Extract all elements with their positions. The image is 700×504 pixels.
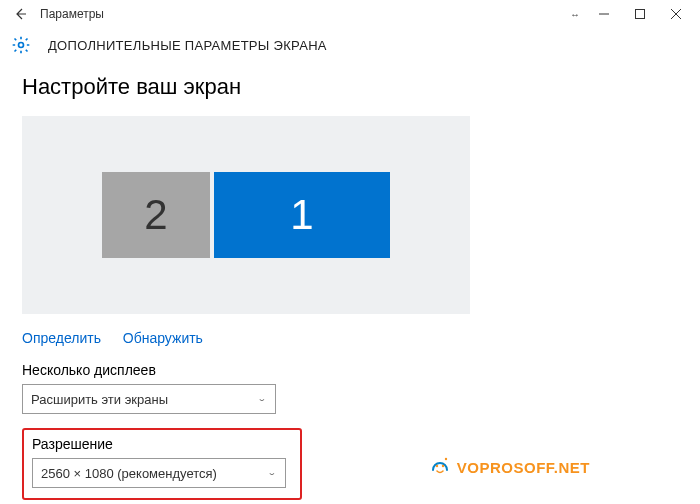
svg-point-5 xyxy=(436,465,438,467)
chevron-down-icon: ⌄ xyxy=(257,395,267,403)
back-button[interactable] xyxy=(0,0,40,28)
resolution-selected: 2560 × 1080 (рекомендуется) xyxy=(41,466,217,481)
minimize-button[interactable] xyxy=(586,0,622,28)
subheader: ДОПОЛНИТЕЛЬНЫЕ ПАРАМЕТРЫ ЭКРАНА xyxy=(0,28,700,70)
content-area: Настройте ваш экран 2 1 Определить Обнар… xyxy=(0,74,700,500)
monitor-1-label: 1 xyxy=(290,191,313,239)
multiple-displays-dropdown[interactable]: Расширить эти экраны ⌄ xyxy=(22,384,276,414)
resize-hint-icon: ↔ xyxy=(570,9,580,20)
page-heading: Настройте ваш экран xyxy=(22,74,678,100)
resolution-label: Разрешение xyxy=(32,436,292,452)
detect-link[interactable]: Обнаружить xyxy=(123,330,203,346)
monitor-1[interactable]: 1 xyxy=(214,172,390,258)
monitor-group: 2 1 xyxy=(102,172,390,258)
svg-rect-1 xyxy=(636,10,645,19)
identify-link[interactable]: Определить xyxy=(22,330,101,346)
titlebar: Параметры ↔ xyxy=(0,0,700,28)
close-button[interactable] xyxy=(658,0,694,28)
maximize-icon xyxy=(635,9,645,19)
arrow-left-icon xyxy=(13,7,27,21)
resolution-highlight: Разрешение 2560 × 1080 (рекомендуется) ⌄ xyxy=(22,428,302,500)
svg-point-4 xyxy=(19,43,24,48)
display-arrangement-panel[interactable]: 2 1 xyxy=(22,116,470,314)
display-action-links: Определить Обнаружить xyxy=(22,330,678,346)
watermark-text: VOPROSOFF.NET xyxy=(457,459,590,476)
gear-icon xyxy=(10,34,32,56)
minimize-icon xyxy=(599,9,609,19)
maximize-button[interactable] xyxy=(622,0,658,28)
multiple-displays-label: Несколько дисплеев xyxy=(22,362,678,378)
multiple-displays-selected: Расширить эти экраны xyxy=(31,392,168,407)
svg-point-7 xyxy=(445,458,447,460)
window-controls xyxy=(586,0,700,28)
monitor-2[interactable]: 2 xyxy=(102,172,210,258)
watermark-logo-icon xyxy=(429,456,451,478)
svg-point-6 xyxy=(442,465,444,467)
watermark: VOPROSOFF.NET xyxy=(429,456,590,478)
monitor-2-label: 2 xyxy=(144,191,167,239)
page-subtitle: ДОПОЛНИТЕЛЬНЫЕ ПАРАМЕТРЫ ЭКРАНА xyxy=(48,38,327,53)
resolution-dropdown[interactable]: 2560 × 1080 (рекомендуется) ⌄ xyxy=(32,458,286,488)
window-title: Параметры xyxy=(40,7,104,21)
close-icon xyxy=(671,9,681,19)
chevron-down-icon: ⌄ xyxy=(267,469,277,477)
